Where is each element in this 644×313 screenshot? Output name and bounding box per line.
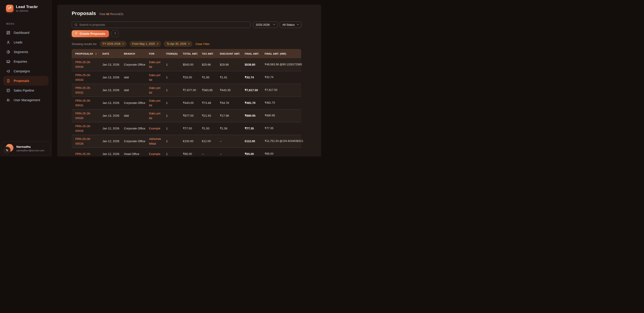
proposal-number-link[interactable]: PRN-25-26-00034 [72,58,99,71]
status-select[interactable]: All Status [280,21,302,28]
table-row: PRN-25-26-00032Jan 13, 2026dddDaks pvt l… [72,84,301,96]
proposal-final-amt: €112.00 [241,135,261,148]
proposal-for-link[interactable]: Abhishek Mittal [146,135,163,148]
search-input[interactable] [72,22,250,28]
proposal-items: 1 [163,96,180,109]
proposal-branch: ddd [120,71,146,84]
table-row: PRN-25-26-00028Jan 12, 2026Corporate Off… [72,135,301,148]
proposal-tax-amt: ₹73.48 [198,96,216,109]
proposal-branch: Corporate Office [120,58,146,71]
proposal-for-link[interactable]: Daks pvt ltd [146,71,163,84]
proposal-number-link[interactable]: PRN-25-26-00032 [72,84,99,96]
proposal-for-link[interactable]: Daks pvt ltd [146,58,163,71]
filter-chip[interactable]: FY 2025-2026 ✕ [100,41,126,47]
proposal-final-inr: ₹65.00 [261,148,301,156]
proposal-branch: Corporate Office [120,135,146,148]
chip-close-icon[interactable]: ✕ [157,43,158,45]
proposal-branch: Corporate Office [120,122,146,135]
proposal-number-link[interactable]: PRN-25-26-00029 [72,122,99,135]
avatar-initial: N [4,147,10,154]
proposal-final-inr: ₹7,617.50 [261,84,301,96]
chevron-down-icon [296,23,299,27]
menu-section-label: MENU [6,23,52,25]
proposal-final-amt: ₹481.70 [241,96,261,109]
megaphone-icon [6,69,10,73]
sidebar-item-proposals[interactable]: Proposals [3,76,48,85]
proposal-discount-amt: -- [216,135,241,148]
proposal-branch: Corporate Office [120,96,146,109]
sidebar-item-label: Proposals [14,79,29,83]
table-row: PRN-25-26-Jan 12, 2026Head OfficeExample… [72,148,301,156]
proposal-number-link[interactable]: PRN-25-26-00031 [72,96,99,109]
sidebar-item-enquiries[interactable]: Enquiries [3,57,48,66]
proposal-number-link[interactable]: PRN-25-26- [72,148,99,156]
kanban-icon [6,88,10,92]
sidebar-item-dashboard[interactable]: Dashboard [3,28,48,37]
proposal-final-amt: ₹32.74 [241,71,261,84]
proposal-date: Jan 13, 2026 [99,96,120,109]
proposal-final-amt: ₹77.35 [241,122,261,135]
column-header-total-amt-: TOTAL AMT. [180,49,198,58]
proposal-discount-amt: ₹1.91 [216,71,241,84]
sort-desc-icon [94,52,98,55]
fiscal-year-select[interactable]: 2025-2026 [253,21,278,28]
sidebar-item-segments[interactable]: Segments [3,47,48,57]
proposal-number-link[interactable]: PRN-25-26-00033 [72,71,99,84]
more-actions-button[interactable] [112,30,118,37]
create-proposals-button[interactable]: Create Proposals [72,30,109,37]
proposal-discount-amt: ₹443.35 [216,84,241,96]
trend-chart-icon [8,6,12,11]
proposal-total-amt: ₹7,677.00 [180,84,198,96]
proposal-total-amt: ₹33.00 [180,71,198,84]
proposal-for-link[interactable]: Example [146,122,163,135]
sidebar-item-campaigns[interactable]: Campaigns [3,66,48,76]
app-logo [6,5,14,12]
chip-close-icon[interactable]: ✕ [188,43,190,45]
column-header-proposals#[interactable]: PROPOSALS# [72,49,99,58]
app-title: Lead Trackr [16,5,38,9]
user-email: narmadha+@scrrum.com [16,149,44,152]
active-filters: Showing results for: FY 2025-2026 ✕ From… [72,41,302,47]
sidebar-nav: Dashboard Leads Segments Enquiries Campa… [0,28,52,105]
proposal-for-link[interactable]: Example [146,148,163,156]
sidebar-item-sales-pipeline[interactable]: Sales Pipeline [3,85,48,95]
proposal-total-amt: $543.00 [180,58,198,71]
proposal-items: 1 [163,84,180,96]
proposal-tax-amt: ₹383.85 [198,84,216,96]
column-header-items-s-: ITEMS(S) [163,49,180,58]
proposal-date: Jan 13, 2026 [99,84,120,96]
proposal-number-link[interactable]: PRN-25-26-00030 [72,109,99,122]
user-profile[interactable]: N Narmadha narmadha+@scrrum.com [1,141,50,156]
chevron-down-icon [273,23,276,27]
proposal-number-link[interactable]: PRN-25-26-00028 [72,135,99,148]
chip-close-icon[interactable]: ✕ [122,43,124,45]
proposal-branch: ddd [120,84,146,96]
filter-chip[interactable]: From May 1, 2025 ✕ [129,41,161,47]
proposal-discount-amt: ₹1.58 [216,122,241,135]
sidebar-item-label: User Management [14,98,40,102]
proposal-final-inr: ₹481.70 [261,96,301,109]
proposal-items: 1 [163,58,180,71]
filters-label: Showing results for: [72,42,97,46]
proposal-date: Jan 12, 2026 [99,135,120,148]
filter-chip[interactable]: To Apr 30, 2026 ✕ [164,41,192,47]
table-row: PRN-25-26-00031Jan 13, 2026Corporate Off… [72,96,301,109]
column-header-branch: BRANCH [120,49,146,58]
main-panel: Proposals Total 42 Record(S) 2025-2026 [57,5,321,156]
sidebar-item-label: Leads [14,40,22,44]
proposal-date: Jan 13, 2026 [99,71,120,84]
proposal-for-link[interactable]: Daks pvt ltd [146,84,163,96]
proposal-date: Jan 12, 2026 [99,122,120,135]
column-header-tax-amt-: TAX AMT. [198,49,216,58]
kebab-menu-icon [114,32,117,36]
proposal-branch: Head Office [120,148,146,156]
proposal-for-link[interactable]: Daks pvt ltd [146,109,163,122]
sidebar-item-user-management[interactable]: User Management [3,95,48,105]
sidebar-item-leads[interactable]: Leads [3,37,48,47]
proposal-final-inr: ₹32.74 [261,71,301,84]
sidebar-item-label: Sales Pipeline [14,89,34,92]
proposal-tax-amt: ₹21.93 [198,109,216,122]
proposal-for-link[interactable]: Daks pvt ltd [146,96,163,109]
column-header-discount-amt-: DISCOUNT AMT. [216,49,241,58]
clear-filter-button[interactable]: Clear Filter [196,42,210,46]
